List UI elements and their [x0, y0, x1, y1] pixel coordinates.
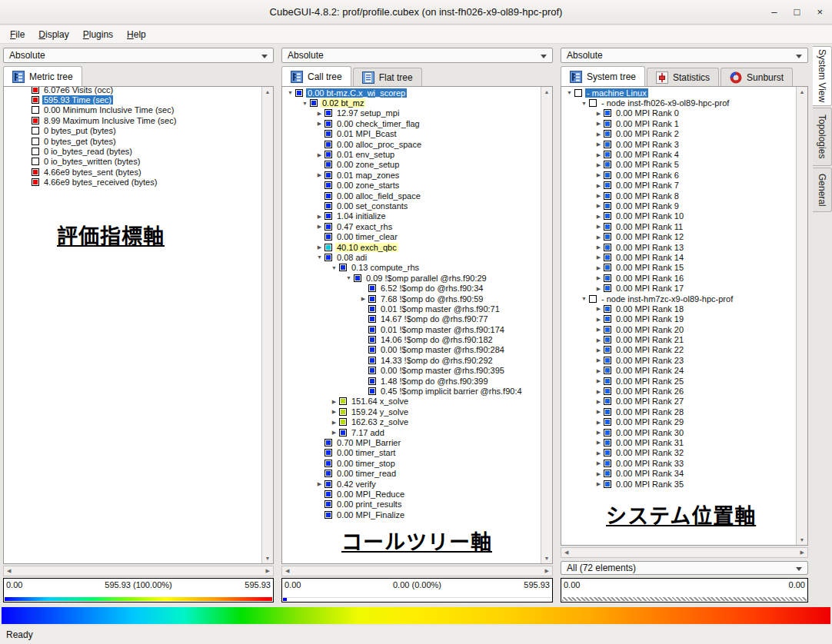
tree-row[interactable]: ▶0.00 MPI Rank 15 — [561, 263, 795, 273]
collapse-icon[interactable]: ▼ — [285, 88, 295, 98]
tree-row[interactable]: 0.00 set_constants — [282, 201, 540, 211]
tree-item-label[interactable]: 0.01 env_setup — [335, 150, 396, 159]
tree-item-label[interactable]: 4.66e9 bytes_sent (bytes) — [42, 168, 143, 177]
tree-item-label[interactable]: 0.00 MPI Rank 3 — [614, 140, 681, 149]
tree-row[interactable]: ▼0.00 bt-mz.C.x_wi_scorep — [282, 88, 540, 98]
expand-icon[interactable]: ▶ — [594, 335, 604, 345]
tree-item-label[interactable]: 0.00 MPI Rank 10 — [614, 211, 685, 221]
tree-row[interactable]: ▶0.00 MPI Rank 14 — [561, 252, 795, 262]
side-tab-general[interactable]: General — [813, 168, 832, 212]
expand-icon[interactable]: ▶ — [594, 221, 604, 231]
expand-icon[interactable]: ▶ — [594, 170, 604, 180]
tree-item-label[interactable]: 0.00 MPI Rank 33 — [614, 459, 685, 468]
tree-item-label[interactable]: 0.00 MPI Rank 24 — [614, 366, 685, 375]
horizontal-scrollbar[interactable]: ◀ ▶ — [281, 566, 553, 576]
tree-item-label[interactable]: 0.00 timer_clear — [335, 232, 399, 241]
tree-item-label[interactable]: 0.00 MPI Rank 5 — [614, 160, 681, 169]
tree-item-label[interactable]: 0.01 !$omp master @rhs.f90:71 — [379, 304, 501, 314]
tab-system-tree[interactable]: System tree — [561, 66, 645, 86]
expand-icon[interactable]: ▶ — [594, 376, 604, 386]
tree-item-label[interactable]: 0 bytes_put (bytes) — [42, 126, 118, 135]
tree-row[interactable]: ▶0.00 MPI Rank 27 — [561, 397, 795, 407]
tree-row[interactable]: ▶0.00 MPI Rank 11 — [561, 221, 795, 231]
horizontal-scrollbar[interactable]: ◀ ▶ — [3, 566, 274, 576]
expand-icon[interactable]: ▶ — [594, 458, 604, 468]
expand-icon[interactable]: ▶ — [594, 129, 604, 139]
tree-item-label[interactable]: 0.00 alloc_proc_space — [335, 140, 423, 149]
tree-item-label[interactable]: 0.00 MPI Rank 9 — [614, 201, 681, 211]
vertical-scrollbar[interactable]: ▲ ▼ — [541, 87, 552, 563]
horizontal-scrollbar[interactable]: ◀ ▶ — [561, 547, 808, 558]
tree-item-label[interactable]: 0.00 zone_starts — [335, 181, 401, 190]
expand-icon[interactable]: ▶ — [594, 232, 604, 242]
tree-item-label[interactable]: 0.00 MPI Rank 6 — [614, 171, 681, 180]
tree-item-label[interactable]: 6.07e6 Visits (occ) — [42, 86, 115, 95]
tree-item-label[interactable]: 0.00 MPI Rank 1 — [614, 119, 681, 128]
tree-row[interactable]: ▶0.01 env_setup — [282, 149, 540, 159]
expand-icon[interactable]: ▶ — [329, 417, 339, 427]
tree-row[interactable]: ▶0.00 MPI Rank 17 — [561, 283, 795, 293]
tree-item-label[interactable]: 162.63 z_solve — [350, 417, 410, 427]
vertical-scrollbar[interactable]: ▲ ▼ — [261, 87, 273, 563]
tree-item-label[interactable]: 0.00 MPI Rank 27 — [614, 397, 685, 406]
tree-row[interactable]: 0.70 MPI_Barrier — [282, 437, 540, 447]
scroll-down-icon[interactable]: ▼ — [262, 556, 273, 561]
tree-row[interactable]: ▼- node inst-fh026-x9-ol89-hpc-prof — [561, 98, 795, 108]
tree-item-label[interactable]: 14.67 !$omp do @rhs.f90:77 — [379, 314, 490, 324]
expand-icon[interactable]: ▶ — [314, 211, 324, 221]
tree-item-label[interactable]: 595.93 Time (sec) — [42, 95, 113, 105]
tab-call-tree[interactable]: Call tree — [281, 66, 351, 86]
tree-row[interactable]: 0.00 alloc_proc_space — [282, 139, 540, 149]
scroll-left-icon[interactable]: ◀ — [285, 568, 289, 574]
tree-row[interactable]: 1.48 !$omp do @rhs.f90:399 — [282, 376, 540, 386]
menu-plugins[interactable]: Plugins — [76, 27, 120, 42]
expand-icon[interactable]: ▶ — [594, 284, 604, 294]
tree-row[interactable]: ▶0.00 MPI Rank 9 — [561, 201, 795, 211]
tree-row[interactable]: ▶0.00 MPI Rank 6 — [561, 170, 795, 180]
tree-item-label[interactable]: 0.00 timer_start — [335, 448, 397, 457]
tree-row[interactable]: ▶0.00 MPI Rank 2 — [561, 129, 795, 139]
scroll-left-icon[interactable]: ◀ — [564, 549, 568, 556]
expand-icon[interactable]: ▶ — [314, 479, 324, 489]
scroll-up-icon[interactable]: ▲ — [797, 89, 807, 95]
tree-row[interactable]: ▶0.00 MPI Rank 25 — [561, 376, 795, 386]
tree-row[interactable]: ▶151.64 x_solve — [282, 397, 540, 407]
expand-icon[interactable]: ▶ — [314, 108, 324, 118]
expand-icon[interactable]: ▶ — [594, 437, 604, 447]
tree-item-label[interactable]: 0.00 MPI Rank 21 — [614, 335, 685, 344]
tree-item-label[interactable]: - node inst-hm7zc-x9-ol89-hpc-prof — [600, 294, 734, 304]
expand-icon[interactable]: ▶ — [594, 355, 604, 365]
expand-icon[interactable]: ▶ — [594, 417, 604, 427]
scroll-right-icon[interactable]: ▶ — [545, 568, 549, 574]
tree-item-label[interactable]: 0.00 MPI Rank 16 — [614, 274, 685, 283]
tree-item-label[interactable]: 0.00 MPI Rank 23 — [614, 356, 685, 365]
expand-icon[interactable]: ▶ — [594, 150, 604, 160]
tree-row[interactable]: 0.00 Minimum Inclusive Time (sec) — [4, 105, 261, 115]
tree-row[interactable]: ▼0.02 bt_mz — [282, 98, 540, 108]
tree-row[interactable]: ▶0.47 exact_rhs — [282, 221, 540, 231]
tree-row[interactable]: ▶0.00 MPI Rank 19 — [561, 314, 795, 324]
tree-row[interactable]: 0.01 !$omp master @rhs.f90:71 — [282, 304, 540, 314]
tree-row[interactable]: 0.01 !$omp master @rhs.f90:174 — [282, 324, 540, 334]
menu-display[interactable]: Display — [32, 27, 75, 42]
expand-icon[interactable]: ▶ — [594, 387, 604, 397]
tree-row[interactable]: ▶0.00 MPI Rank 29 — [561, 417, 795, 427]
expand-icon[interactable]: ▶ — [314, 221, 324, 231]
tree-row[interactable]: 0 io_bytes_written (bytes) — [4, 157, 261, 167]
tree-item-label[interactable]: 1.48 !$omp do @rhs.f90:399 — [379, 377, 490, 386]
tree-row[interactable]: 14.06 !$omp do @rhs.f90:182 — [282, 334, 540, 344]
tree-item-label[interactable]: 0.00 MPI Rank 8 — [614, 191, 681, 201]
tree-row[interactable]: 14.67 !$omp do @rhs.f90:77 — [282, 314, 540, 324]
expand-icon[interactable]: ▶ — [594, 304, 604, 314]
scroll-up-icon[interactable]: ▲ — [262, 89, 273, 95]
expand-icon[interactable]: ▶ — [594, 469, 604, 479]
tree-item-label[interactable]: 0.00 MPI Rank 30 — [614, 428, 685, 437]
expand-icon[interactable]: ▶ — [594, 160, 604, 170]
tree-row[interactable]: 0.00 print_results — [282, 500, 540, 510]
maximize-button[interactable]: □ — [794, 0, 800, 25]
tree-row[interactable]: 0 io_bytes_read (bytes) — [4, 146, 261, 156]
tree-item-label[interactable]: 159.24 y_solve — [350, 407, 410, 417]
tree-item-label[interactable]: 0 io_bytes_written (bytes) — [42, 157, 141, 166]
tree-item-label[interactable]: 14.33 !$omp do @rhs.f90:292 — [379, 356, 494, 365]
tree-item-label[interactable]: 0.70 MPI_Barrier — [335, 438, 402, 447]
